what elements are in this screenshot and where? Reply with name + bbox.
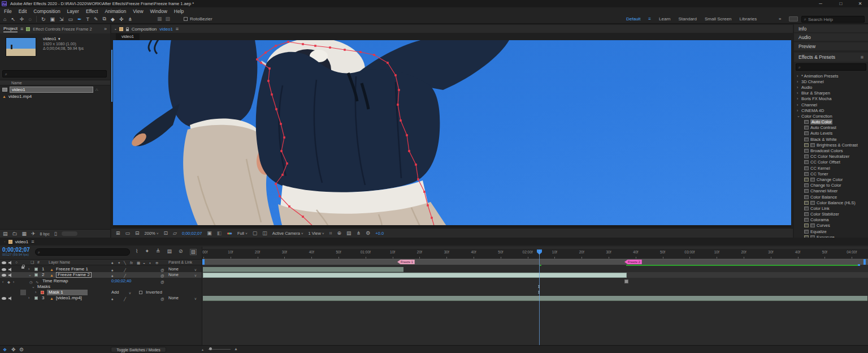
mask-vertex[interactable] (288, 205, 290, 208)
shape-tool-icon[interactable]: ▭ (68, 16, 73, 22)
effect-label[interactable]: CC Kernel (810, 166, 830, 171)
time-remap-row[interactable]: ‹ ◆ › ◷ ∿ Time Remap 0;00;02;40 @ (0, 278, 202, 284)
effect-label[interactable]: Curves (817, 223, 830, 228)
effect-label[interactable]: Change to Color (810, 183, 841, 188)
effect-item[interactable]: Change Color (794, 176, 868, 182)
panel-info[interactable]: Info (794, 25, 868, 32)
composition-name[interactable]: video1 (159, 27, 173, 32)
project-item-label[interactable]: video1 (10, 87, 93, 93)
layer-name[interactable]: Freeze Frame 2 (56, 272, 92, 278)
view-layout-dropdown[interactable]: 1 View ˅ (308, 231, 324, 236)
twirl-icon[interactable]: ⌄ (797, 114, 800, 118)
panel-preview[interactable]: Preview (794, 42, 868, 50)
always-preview-icon[interactable]: ⊞ (116, 231, 120, 236)
work-area-start-handle[interactable] (202, 259, 205, 265)
lock-icon[interactable] (126, 29, 129, 31)
project-row-video1mp4[interactable]: ▲ video1.mp4 (0, 93, 110, 100)
menu-help[interactable]: Help (174, 8, 184, 14)
comp-marker[interactable]: Freeze 2 (624, 260, 642, 264)
twirl-icon[interactable]: › (797, 91, 800, 95)
effect-item[interactable]: CC Color Offset (794, 160, 868, 165)
motion-blur-icon[interactable]: ⊘ (179, 249, 183, 255)
mask-vertex[interactable] (397, 104, 399, 106)
panel-effects-presets[interactable]: Effects & Presets ≡ (794, 53, 868, 62)
property-name[interactable]: Time Remap (42, 278, 68, 284)
mask-vertex[interactable] (302, 216, 304, 218)
layer-bar-freeze-frame-2[interactable] (203, 273, 627, 278)
camera-dropdown[interactable]: Active Camera ˅ (272, 231, 303, 236)
time-remap-keyframe[interactable] (624, 279, 628, 283)
pixel-aspect-icon[interactable]: ⌗ (329, 231, 332, 236)
mask-vertex[interactable] (268, 67, 271, 70)
effect-item[interactable]: Brightness & Contrast (794, 142, 868, 148)
gear-icon[interactable]: ⚙ (19, 347, 24, 352)
timeline-panel-menu-icon[interactable]: ≡ (31, 239, 34, 244)
eye-icon[interactable] (2, 297, 6, 300)
layer-name-column[interactable]: Layer Name (49, 260, 70, 264)
effects-category[interactable]: ›Boris FX Mocha (794, 96, 868, 102)
twirl-icon[interactable]: › (797, 109, 800, 113)
mask-row[interactable]: › Mask 1 Add ˅ Inverted (0, 290, 202, 295)
timeline-current-time[interactable]: 0;00;02;07 (2, 247, 30, 253)
mask-vertex[interactable] (423, 191, 426, 193)
effect-label[interactable]: Color Link (810, 206, 830, 211)
effect-item[interactable]: Auto Contrast (794, 125, 868, 131)
maximize-button[interactable]: □ (833, 1, 849, 6)
label-swatch[interactable] (34, 268, 38, 271)
mask-vertex[interactable] (431, 217, 433, 219)
effect-item[interactable]: Curves (794, 223, 868, 229)
exposure-value[interactable]: +0.0 (375, 231, 384, 236)
mask-vertex[interactable] (359, 51, 362, 53)
mask-vertex[interactable] (260, 62, 262, 64)
twirl-icon[interactable]: › (797, 80, 800, 84)
hand-tool-icon[interactable]: ✛ (20, 16, 24, 22)
interpret-footage-icon[interactable]: ▤ (3, 231, 8, 236)
parent-link-column[interactable]: Parent & Link (168, 260, 192, 264)
mask-vertex[interactable] (427, 204, 429, 206)
layer-row-1[interactable]: › 1 ▲ Freeze Frame 1 ♠ ╱ @ None ˅ (0, 266, 202, 272)
mask-vertex[interactable] (314, 45, 316, 47)
effect-item[interactable]: Color Stabilizer (794, 212, 868, 217)
effect-item[interactable]: Color Link (794, 205, 868, 211)
effect-label[interactable]: Colorama (810, 217, 829, 222)
label-swatch[interactable] (34, 296, 38, 300)
menu-composition[interactable]: Composition (33, 8, 60, 14)
mask-vertex[interactable] (264, 51, 267, 54)
effects-category[interactable]: ›3D Channel (794, 79, 868, 84)
brush-tool-icon[interactable]: ✎ (94, 16, 98, 22)
mask-vertex[interactable] (267, 80, 270, 82)
effects-panel-menu-icon[interactable]: ≡ (861, 55, 863, 60)
effect-label[interactable]: CC Color Offset (810, 160, 840, 165)
project-panel-menu-icon[interactable]: ≡ (20, 27, 23, 32)
layer-row-3[interactable]: › 3 ▲ [video1.mp4] ♠ ╱ @ None ˅ (0, 295, 202, 301)
layer-name[interactable]: Freeze Frame 1 (56, 266, 88, 272)
effect-item[interactable]: Channel Mixer (794, 188, 868, 194)
effect-label[interactable]: Black & White (810, 137, 837, 142)
effects-search[interactable]: ⌕ (796, 63, 866, 71)
timeline-search[interactable]: ⌕ (35, 248, 130, 256)
help-search[interactable]: ⌕ Search Help (801, 16, 865, 23)
puppet-pin-tool-icon[interactable]: ⋔ (128, 16, 133, 22)
effect-label[interactable]: Brightness & Contrast (817, 143, 858, 148)
selected-item-name[interactable]: video1 ▼ (43, 36, 61, 41)
effect-label[interactable]: CC Color Neutralizer (810, 154, 849, 159)
masks-group-row[interactable]: ⌄ Masks (0, 284, 202, 290)
effect-item[interactable]: Color Balance (794, 194, 868, 200)
resolution-dropdown[interactable]: Full ˅ (237, 231, 248, 236)
timeline-zoom-knob[interactable] (209, 347, 212, 350)
parent-pickwhip-icon[interactable]: @ (160, 296, 164, 302)
time-ruler[interactable]: 0:00f10f20f30f40f50f01:00f10f20f30f40f50… (202, 249, 868, 259)
label-swatch[interactable] (34, 273, 38, 277)
effect-item[interactable]: Color Balance (HLS) (794, 200, 868, 205)
mask-vertex[interactable] (287, 41, 289, 43)
twirl-icon[interactable]: › (797, 97, 800, 101)
mask-vertex[interactable] (283, 136, 285, 139)
mask-mode-dropdown[interactable]: Add (111, 290, 119, 295)
effect-label[interactable]: Auto Levels (810, 131, 832, 136)
effect-item[interactable]: Auto Color (794, 119, 868, 125)
region-of-interest-icon[interactable]: ▢ (253, 231, 258, 236)
mask-vertex[interactable] (279, 195, 281, 197)
selection-tool-icon[interactable]: ↖ (11, 16, 15, 22)
parent-dropdown[interactable]: None (168, 266, 179, 272)
mask-vertex[interactable] (387, 62, 389, 64)
